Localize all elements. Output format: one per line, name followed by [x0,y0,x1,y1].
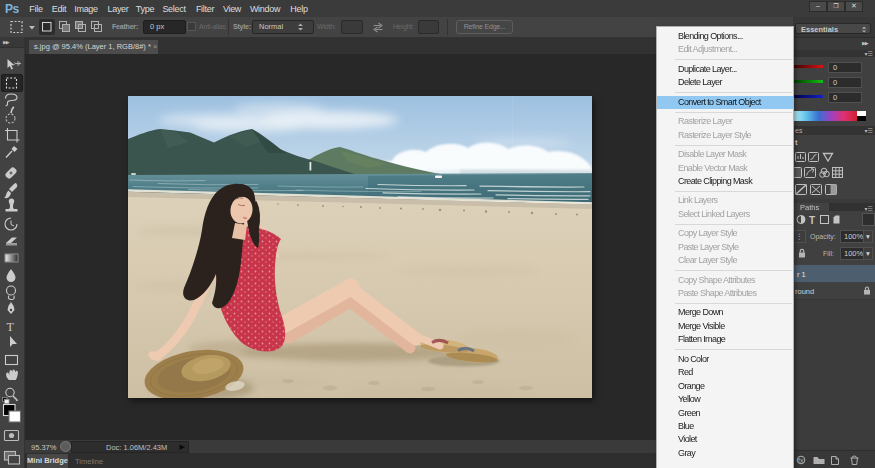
svg-text:T: T [809,215,815,226]
svg-text:T: T [7,320,15,334]
svg-text:fx: fx [798,457,804,464]
